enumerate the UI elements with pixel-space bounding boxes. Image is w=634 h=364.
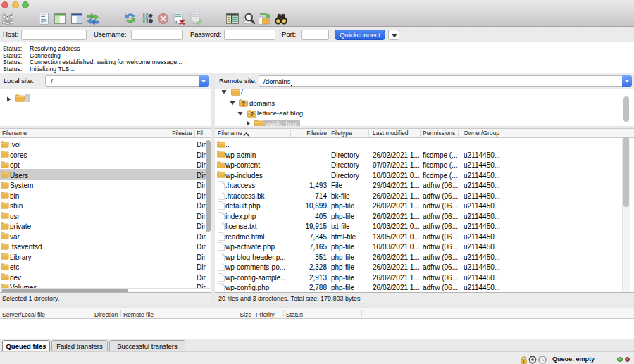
- svg-text:?: ?: [250, 110, 254, 118]
- svg-text:?: ?: [242, 99, 246, 107]
